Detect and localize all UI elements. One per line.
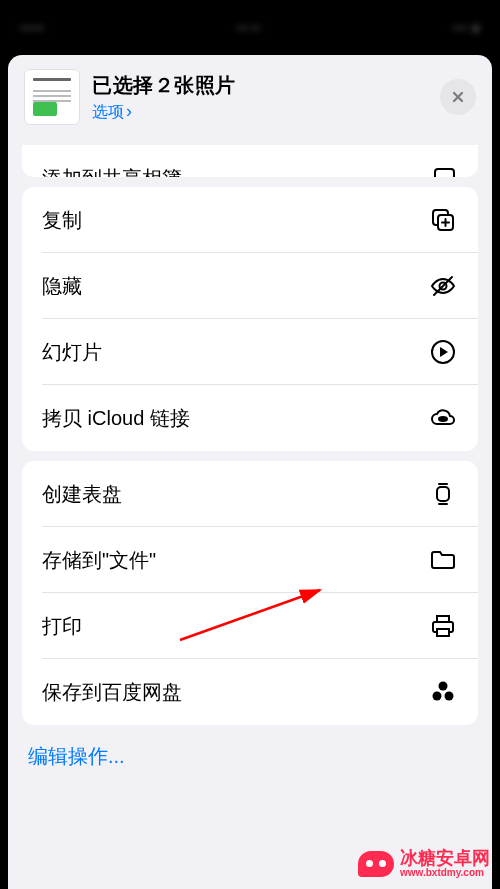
status-bar: •••••••:••••• ■	[0, 0, 500, 55]
selection-thumbnail[interactable]	[24, 69, 80, 125]
action-save-files[interactable]: 存储到"文件"	[22, 527, 478, 593]
action-label: 隐藏	[42, 273, 82, 300]
svg-rect-0	[435, 169, 454, 177]
action-group: 复制 隐藏 幻灯片 拷贝 iCloud 链接	[22, 187, 478, 451]
action-slideshow[interactable]: 幻灯片	[22, 319, 478, 385]
svg-rect-11	[437, 616, 449, 622]
action-share-album[interactable]: 添加到共享相簿	[22, 145, 478, 177]
play-circle-icon	[428, 337, 458, 367]
watermark: 冰糖安卓网 www.bxtdmy.com	[358, 849, 490, 879]
cloud-link-icon	[428, 403, 458, 433]
action-print[interactable]: 打印	[22, 593, 478, 659]
action-label: 拷贝 iCloud 链接	[42, 405, 190, 432]
svg-point-8	[439, 417, 447, 421]
options-button[interactable]: 选项›	[92, 101, 428, 123]
close-button[interactable]	[440, 79, 476, 115]
sheet-header: 已选择２张照片 选项›	[8, 55, 492, 135]
watch-icon	[428, 479, 458, 509]
action-label: 存储到"文件"	[42, 547, 156, 574]
copy-icon	[428, 205, 458, 235]
eye-slash-icon	[428, 271, 458, 301]
action-label: 复制	[42, 207, 82, 234]
action-watch-face[interactable]: 创建表盘	[22, 461, 478, 527]
svg-rect-12	[437, 629, 449, 636]
action-label: 保存到百度网盘	[42, 679, 182, 706]
svg-rect-9	[437, 487, 449, 501]
action-label: 添加到共享相簿	[42, 165, 182, 178]
action-group: 添加到共享相簿 添加到相簿	[22, 145, 478, 177]
watermark-url: www.bxtdmy.com	[400, 867, 490, 879]
action-copy[interactable]: 复制	[22, 187, 478, 253]
action-label: 幻灯片	[42, 339, 102, 366]
printer-icon	[428, 611, 458, 641]
edit-actions-button[interactable]: 编辑操作...	[8, 725, 492, 788]
folder-icon	[428, 545, 458, 575]
action-label: 打印	[42, 613, 82, 640]
selection-title: 已选择２张照片	[92, 72, 428, 99]
action-icloud-link[interactable]: 拷贝 iCloud 链接	[22, 385, 478, 451]
action-label: 创建表盘	[42, 481, 122, 508]
baidu-icon	[428, 677, 458, 707]
svg-point-15	[445, 692, 454, 701]
close-icon	[450, 89, 466, 105]
action-hide[interactable]: 隐藏	[22, 253, 478, 319]
watermark-title: 冰糖安卓网	[400, 849, 490, 867]
watermark-logo	[358, 851, 394, 877]
share-sheet: 已选择２张照片 选项› 添加到共享相簿 添加到相簿	[8, 55, 492, 889]
svg-point-14	[433, 692, 442, 701]
svg-point-13	[439, 682, 448, 691]
action-baidu[interactable]: 保存到百度网盘	[22, 659, 478, 725]
actions-scroll[interactable]: 添加到共享相簿 添加到相簿 复制 隐藏	[8, 145, 492, 889]
person-album-icon	[428, 163, 458, 177]
action-group: 创建表盘 存储到"文件" 打印 保存到百度网盘	[22, 461, 478, 725]
